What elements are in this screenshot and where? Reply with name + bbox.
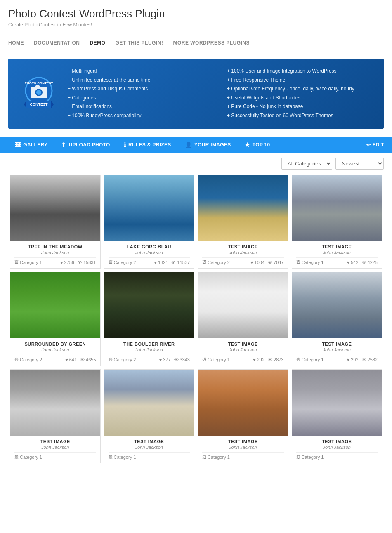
item-votes: ♥ 1821 — [154, 260, 168, 265]
heart-icon: ♥ — [65, 357, 68, 362]
category-filter[interactable]: All CategoriesCategory 1Category 2 — [281, 158, 332, 170]
nav-item-label: GALLERY — [23, 142, 47, 148]
gallery-item[interactable]: TEST IMAGE John Jackson 🖼 Category 1 ♥ 2… — [198, 272, 288, 366]
item-author: John Jackson — [296, 250, 378, 255]
item-views: 👁 4655 — [80, 357, 96, 362]
item-votes: ♥ 542 — [347, 260, 359, 265]
item-info: TREE IN THE MEADOW John Jackson 🖼 Catego… — [10, 241, 100, 268]
nav-item-get-this-plugin-[interactable]: GET THIS PLUGIN! — [115, 40, 163, 46]
banner-col-left: + Multilingual+ Unlimited contests at th… — [68, 67, 215, 120]
gallery-item[interactable]: TEST IMAGE John Jackson 🖼 Category 1 — [198, 369, 288, 463]
gallery-item[interactable]: TEST IMAGE John Jackson 🖼 Category 1 ♥ 5… — [292, 175, 383, 269]
item-views: 👁 3343 — [174, 357, 190, 362]
gallery-nav-item-your-images[interactable]: 👤YOUR IMAGES — [178, 137, 238, 153]
item-title: TREE IN THE MEADOW — [14, 244, 96, 249]
category-icon: 🖼 — [202, 455, 206, 459]
nav-item-more-wordpress-plugins[interactable]: MORE WORDPRESS PLUGINS — [173, 40, 250, 46]
eye-icon: 👁 — [362, 260, 366, 265]
item-title: TEST IMAGE — [296, 244, 378, 249]
photo-image — [10, 272, 100, 338]
item-author: John Jackson — [202, 347, 284, 352]
item-title: TEST IMAGE — [14, 439, 96, 444]
item-meta: 🖼 Category 1 ♥ 2756 👁 15831 — [14, 257, 96, 265]
gallery-nav-bar: 🖼GALLERY⬆UPLOAD PHOTOℹRULES & PRIZES👤YOU… — [0, 137, 392, 153]
eye-icon: 👁 — [362, 357, 366, 362]
item-info: LAKE GORG BLAU John Jackson 🖼 Category 2… — [104, 241, 194, 268]
item-votes: ♥ 2756 — [60, 260, 74, 265]
item-meta: 🖼 Category 2 ♥ 377 👁 3343 — [109, 355, 190, 362]
item-author: John Jackson — [14, 250, 96, 255]
photo-image — [10, 175, 100, 241]
eye-icon: 👁 — [80, 357, 85, 362]
gallery-item[interactable]: LAKE GORG BLAU John Jackson 🖼 Category 2… — [104, 175, 195, 269]
item-title: THE BOULDER RIVER — [109, 342, 190, 347]
gallery-item[interactable]: TEST IMAGE John Jackson 🖼 Category 2 ♥ 1… — [198, 175, 288, 269]
photo-image — [198, 175, 288, 241]
nav-item-home[interactable]: HOME — [8, 40, 24, 46]
heart-icon: ♥ — [154, 260, 157, 265]
gallery-nav-item-rules---prizes[interactable]: ℹRULES & PRIZES — [117, 137, 178, 153]
nav-icon: 👤 — [185, 142, 192, 148]
nav-item-label: YOUR IMAGES — [194, 142, 231, 148]
nav-icon: 🖼 — [15, 142, 21, 148]
site-title: Photo Contest WordPress Plugin — [8, 7, 384, 20]
item-author: John Jackson — [109, 250, 190, 255]
item-title: TEST IMAGE — [296, 439, 378, 444]
item-author: John Jackson — [109, 347, 190, 352]
category-icon: 🖼 — [14, 260, 19, 264]
item-views: 👁 2582 — [362, 357, 378, 362]
item-info: SURROUNDED BY GREEN John Jackson 🖼 Categ… — [10, 338, 100, 366]
item-category: 🖼 Category 1 — [296, 357, 324, 362]
nav-item-demo[interactable]: DEMO — [90, 40, 105, 46]
svg-rect-5 — [35, 85, 40, 87]
feature-item: + 100% User and Image Integration to Wor… — [227, 67, 374, 76]
item-info: TEST IMAGE John Jackson 🖼 Category 1 — [198, 436, 288, 463]
plugin-logo: PHOTO CONTEST CONTEST — [18, 75, 59, 112]
item-author: John Jackson — [202, 250, 284, 255]
gallery-nav-item-top---[interactable]: ★TOP 10 — [238, 137, 277, 153]
feature-item: + Useful Widgets and Shortcodes — [227, 94, 374, 103]
item-meta: 🖼 Category 1 — [109, 452, 190, 460]
gallery-item[interactable]: TEST IMAGE John Jackson 🖼 Category 1 — [292, 369, 383, 463]
nav-item-label: RULES & PRIZES — [128, 142, 171, 148]
main-nav: HOMEDOCUMENTATIONDEMOGET THIS PLUGIN!MOR… — [0, 35, 392, 50]
svg-marker-8 — [51, 101, 54, 108]
item-views: 👁 15831 — [78, 260, 96, 265]
gallery-nav-item-upload-photo[interactable]: ⬆UPLOAD PHOTO — [54, 137, 117, 153]
gallery-item[interactable]: TEST IMAGE John Jackson 🖼 Category 1 — [104, 369, 195, 463]
category-icon: 🖼 — [202, 260, 206, 264]
gallery-item[interactable]: SURROUNDED BY GREEN John Jackson 🖼 Categ… — [10, 272, 101, 366]
gallery-item[interactable]: TEST IMAGE John Jackson 🖼 Category 1 — [10, 369, 101, 463]
item-author: John Jackson — [14, 445, 96, 450]
heart-icon: ♥ — [60, 260, 63, 265]
nav-icon: ℹ — [124, 142, 126, 148]
item-meta: 🖼 Category 1 ♥ 292 👁 2582 — [296, 355, 378, 362]
gallery-item[interactable]: TEST IMAGE John Jackson 🖼 Category 1 ♥ 2… — [292, 272, 383, 366]
gallery-item[interactable]: THE BOULDER RIVER John Jackson 🖼 Categor… — [104, 272, 195, 366]
sort-filter[interactable]: NewestOldestMost VotedMost Viewed — [335, 158, 384, 170]
feature-item: + 100% BuddyPress compatibility — [68, 111, 215, 120]
gallery-item[interactable]: TREE IN THE MEADOW John Jackson 🖼 Catego… — [10, 175, 101, 269]
edit-button[interactable]: ✏ EDIT — [366, 142, 384, 148]
item-category: 🖼 Category 1 — [14, 455, 42, 460]
item-views: 👁 2873 — [268, 357, 283, 362]
category-icon: 🖼 — [109, 260, 113, 264]
eye-icon: 👁 — [174, 357, 179, 362]
item-meta: 🖼 Category 1 — [296, 452, 378, 460]
gallery-nav-item-gallery[interactable]: 🖼GALLERY — [8, 137, 54, 153]
gallery-nav-left: 🖼GALLERY⬆UPLOAD PHOTOℹRULES & PRIZES👤YOU… — [8, 137, 277, 153]
photo-image — [292, 175, 382, 241]
promo-banner: PHOTO CONTEST CONTEST + Multilingual+ Un… — [8, 59, 384, 129]
item-info: THE BOULDER RIVER John Jackson 🖼 Categor… — [104, 338, 194, 366]
category-icon: 🖼 — [296, 455, 300, 459]
item-meta: 🖼 Category 1 ♥ 292 👁 2873 — [202, 355, 284, 362]
nav-icon: ★ — [245, 142, 250, 148]
item-category: 🖼 Category 1 — [109, 455, 136, 460]
item-title: TEST IMAGE — [296, 342, 378, 347]
photo-image — [292, 370, 382, 436]
feature-item: + WordPress and Disqus Comments — [68, 85, 215, 94]
category-icon: 🖼 — [14, 357, 19, 362]
photo-image — [198, 272, 288, 338]
photo-image — [104, 370, 194, 436]
nav-item-documentation[interactable]: DOCUMENTATION — [34, 40, 80, 46]
